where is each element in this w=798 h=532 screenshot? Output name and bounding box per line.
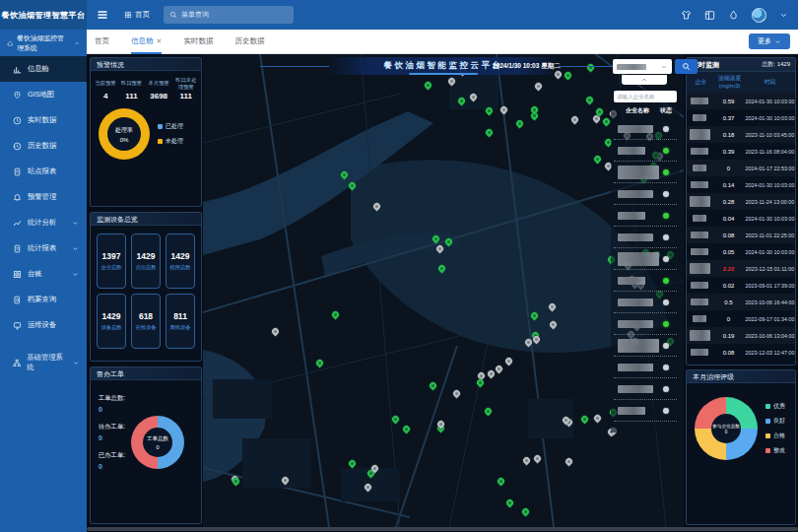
realtime-row[interactable]: 0.5 2023-10-06 16:44:00 xyxy=(687,294,795,310)
company-row[interactable] xyxy=(614,118,677,140)
legend-item[interactable]: 未处理 xyxy=(158,137,183,146)
realtime-row[interactable]: 0.08 2023-12-03 12:47:00 xyxy=(687,344,795,361)
tab[interactable]: 首页 xyxy=(95,30,109,54)
map-search-button[interactable] xyxy=(675,59,698,74)
map-pin-online[interactable] xyxy=(593,154,603,164)
realtime-row[interactable]: 2.22 2023-12-15 01:11:00 xyxy=(687,260,795,277)
map-pin-offline[interactable] xyxy=(504,357,514,366)
map-pin-offline[interactable] xyxy=(522,456,532,466)
map-pin-online[interactable] xyxy=(529,310,539,320)
legend-item[interactable]: 优秀 xyxy=(765,402,785,411)
company-row[interactable] xyxy=(614,335,677,357)
map-pin-offline[interactable] xyxy=(532,334,542,344)
map-pin-online[interactable] xyxy=(391,414,401,424)
company-name-input[interactable]: 请输入企业名称 xyxy=(614,91,677,102)
map-pin-online[interactable] xyxy=(330,309,340,319)
user-menu-chevron-icon[interactable] xyxy=(779,11,788,20)
map-pin-online[interactable] xyxy=(563,70,572,80)
company-row[interactable] xyxy=(614,313,677,335)
map-pin-offline[interactable] xyxy=(548,319,558,329)
map-pin-online[interactable] xyxy=(505,499,515,508)
map-pin-online[interactable] xyxy=(584,95,594,104)
map-pin-offline[interactable] xyxy=(363,482,372,492)
map-pin-offline[interactable] xyxy=(446,77,456,87)
flame-icon[interactable] xyxy=(728,10,739,21)
map-pin-online[interactable] xyxy=(402,424,412,433)
realtime-row[interactable]: 0.39 2023-11-16 08:04:00 xyxy=(687,143,795,160)
map-pin-online[interactable] xyxy=(314,358,324,367)
legend-item[interactable]: 合格 xyxy=(765,432,785,440)
sidebar-item[interactable]: 站点报表 xyxy=(0,159,87,184)
company-row[interactable] xyxy=(614,140,677,162)
map-pin-online[interactable] xyxy=(485,106,495,116)
company-select[interactable] xyxy=(613,59,672,74)
map-pin-offline[interactable] xyxy=(434,243,444,253)
company-row[interactable] xyxy=(614,378,677,400)
sidebar-item[interactable]: 台账 xyxy=(0,261,87,287)
map-pin-online[interactable] xyxy=(585,63,595,73)
realtime-row[interactable]: 0 2022-09-17 01:34:00 xyxy=(687,310,795,327)
sidebar-item[interactable]: 历史数据 xyxy=(0,133,87,159)
company-row[interactable] xyxy=(614,248,677,270)
company-row[interactable] xyxy=(614,205,677,227)
menu-search-input[interactable]: 菜单查询 xyxy=(164,6,294,24)
collapse-toggle[interactable] xyxy=(622,75,667,85)
map-pin-online[interactable] xyxy=(347,458,357,468)
map-pin-offline[interactable] xyxy=(565,456,574,466)
legend-item[interactable]: 整改 xyxy=(765,446,785,455)
map-pin-online[interactable] xyxy=(340,170,350,180)
breadcrumb[interactable]: 首页 xyxy=(124,10,150,20)
sidebar-item[interactable]: 信息舱 xyxy=(0,56,87,82)
map-pin-online[interactable] xyxy=(601,116,611,126)
map-pin-online[interactable] xyxy=(475,377,485,387)
realtime-row[interactable]: 0.14 2024-01-30 10:03:00 xyxy=(687,176,795,193)
map-pin-online[interactable] xyxy=(483,407,493,417)
map-pin-offline[interactable] xyxy=(548,302,558,312)
map-pin-offline[interactable] xyxy=(271,326,281,336)
tab-close-icon[interactable]: ✕ xyxy=(157,37,163,45)
map-pin-online[interactable] xyxy=(515,118,525,128)
map-pin-online[interactable] xyxy=(429,381,438,391)
sidebar-item[interactable]: 实时数据 xyxy=(0,107,87,133)
map-pin-offline[interactable] xyxy=(371,202,381,212)
map-pin-offline[interactable] xyxy=(593,413,603,423)
company-row[interactable] xyxy=(614,292,677,313)
tab[interactable]: 信息舱 ✕ xyxy=(131,30,162,54)
map-pin-online[interactable] xyxy=(424,80,433,90)
map-pin-online[interactable] xyxy=(347,180,357,190)
menu-toggle-icon[interactable] xyxy=(97,9,108,21)
realtime-row[interactable]: 0.59 2024-01-30 10:03:00 xyxy=(687,93,795,109)
legend-item[interactable]: 已处理 xyxy=(158,122,183,131)
realtime-row[interactable]: 0.05 2024-01-30 10:03:00 xyxy=(687,243,795,260)
map-pin-offline[interactable] xyxy=(495,364,504,373)
map-pin-offline[interactable] xyxy=(452,389,462,399)
realtime-row[interactable]: 0 2024-01-17 22:53:00 xyxy=(687,160,795,176)
horizontal-scrollbar[interactable] xyxy=(87,527,798,531)
map-pin-offline[interactable] xyxy=(499,105,509,115)
realtime-row[interactable]: 0.02 2023-09-01 17:39:00 xyxy=(687,277,795,294)
sidebar-item[interactable]: 统计报表 xyxy=(0,235,87,261)
legend-item[interactable]: 良好 xyxy=(765,417,785,426)
tab[interactable]: 实时数据 xyxy=(183,30,213,54)
company-row[interactable] xyxy=(614,227,677,248)
sidebar-item[interactable]: 预警管理 xyxy=(0,184,87,210)
company-row[interactable] xyxy=(614,183,677,205)
tab[interactable]: 历史数据 xyxy=(234,30,264,54)
realtime-row[interactable]: 0.08 2023-11-01 22:25:00 xyxy=(687,227,795,243)
map-pin-online[interactable] xyxy=(580,414,590,424)
user-avatar[interactable] xyxy=(752,8,766,23)
realtime-row[interactable]: 0.37 2024-01-30 10:03:00 xyxy=(687,109,795,126)
map-pin-online[interactable] xyxy=(457,97,467,106)
company-row[interactable] xyxy=(614,270,677,292)
map-pin-online[interactable] xyxy=(443,236,453,246)
realtime-row[interactable]: 0.04 2024-01-30 10:03:00 xyxy=(687,210,795,227)
sidebar-section-header[interactable]: 餐饮油烟监控管理系统 xyxy=(0,30,87,56)
map-pin-offline[interactable] xyxy=(534,82,544,92)
sidebar-item[interactable]: 基础管理系统 xyxy=(0,350,87,375)
map-pin-offline[interactable] xyxy=(468,93,478,102)
company-row[interactable] xyxy=(614,357,677,378)
sidebar-item[interactable]: 档案查询 xyxy=(0,287,87,312)
map-pin-offline[interactable] xyxy=(487,369,497,379)
map-pin-online[interactable] xyxy=(496,476,505,486)
map-pin-online[interactable] xyxy=(432,234,441,244)
